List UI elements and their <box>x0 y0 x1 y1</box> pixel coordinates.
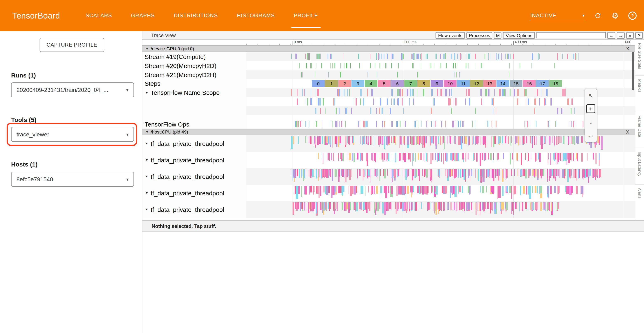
trace-event[interactable] <box>348 202 349 211</box>
trace-event[interactable] <box>380 170 381 176</box>
trace-event[interactable] <box>571 108 572 114</box>
trace-event[interactable] <box>581 186 583 194</box>
trace-event[interactable] <box>412 53 412 60</box>
side-tab-frame-data[interactable]: Frame Data <box>635 112 644 148</box>
trace-event[interactable] <box>418 54 418 59</box>
trace-event[interactable] <box>596 153 596 164</box>
trace-event[interactable] <box>328 136 329 144</box>
chevron-down-icon[interactable]: ▾ <box>146 158 148 162</box>
trace-event[interactable] <box>394 98 394 105</box>
trace-event[interactable] <box>304 89 305 96</box>
trace-event[interactable] <box>544 202 545 211</box>
trace-event[interactable] <box>444 186 447 193</box>
trace-event[interactable] <box>441 202 442 210</box>
trace-event[interactable] <box>329 136 330 144</box>
trace-event[interactable] <box>435 136 436 144</box>
trace-event[interactable] <box>552 136 553 142</box>
trace-event[interactable] <box>396 121 398 127</box>
trace-event[interactable] <box>455 121 456 127</box>
track-row-lane[interactable] <box>246 152 635 168</box>
trace-event[interactable] <box>523 136 524 144</box>
trace-event[interactable] <box>450 202 452 210</box>
trace-event[interactable] <box>298 136 299 144</box>
trace-event[interactable] <box>380 186 381 198</box>
chevron-down-icon[interactable]: ▾ <box>146 141 148 146</box>
trace-event[interactable] <box>464 202 464 211</box>
trace-event[interactable] <box>482 186 484 193</box>
trace-event[interactable] <box>307 53 308 60</box>
trace-event[interactable] <box>408 202 408 211</box>
trace-event[interactable] <box>376 108 376 114</box>
trace-event[interactable] <box>571 136 572 144</box>
trace-event[interactable] <box>451 108 452 114</box>
trace-event[interactable] <box>386 153 386 161</box>
trace-event[interactable] <box>340 136 341 143</box>
trace-event[interactable] <box>509 62 510 68</box>
trace-event[interactable] <box>359 170 360 176</box>
trace-event[interactable] <box>557 121 557 127</box>
trace-event[interactable] <box>350 186 352 196</box>
trace-event[interactable] <box>434 121 434 127</box>
trace-event[interactable] <box>321 170 322 178</box>
trace-event[interactable] <box>329 153 330 161</box>
trace-event[interactable] <box>535 186 536 193</box>
trace-event[interactable] <box>570 170 571 178</box>
trace-event[interactable] <box>296 186 298 199</box>
trace-event[interactable] <box>307 98 308 106</box>
trace-event[interactable] <box>400 89 400 96</box>
trace-event[interactable] <box>496 121 496 127</box>
trace-event[interactable] <box>404 136 404 145</box>
trace-event[interactable] <box>460 202 462 210</box>
trace-event[interactable] <box>581 153 583 162</box>
trace-event[interactable] <box>573 121 574 128</box>
trace-event[interactable] <box>443 153 444 164</box>
trace-event[interactable] <box>360 89 362 96</box>
trace-event[interactable] <box>410 153 411 161</box>
trace-event[interactable] <box>379 202 380 210</box>
track-row-lane[interactable] <box>246 97 635 106</box>
trace-event[interactable] <box>362 170 364 180</box>
trace-event[interactable] <box>384 136 384 145</box>
trace-event[interactable] <box>299 63 300 68</box>
trace-event[interactable] <box>578 136 579 144</box>
trace-event[interactable] <box>396 186 398 196</box>
trace-event[interactable] <box>507 170 508 178</box>
trace-event[interactable] <box>456 98 456 106</box>
trace-event[interactable] <box>499 53 500 60</box>
trace-event[interactable] <box>413 170 414 176</box>
trace-event[interactable] <box>313 186 314 195</box>
trace-event[interactable] <box>341 72 341 78</box>
trace-event[interactable] <box>568 153 570 164</box>
trace-event[interactable] <box>333 153 334 161</box>
trace-event[interactable] <box>480 170 480 176</box>
trace-event[interactable] <box>353 202 354 210</box>
trace-event[interactable] <box>294 170 296 178</box>
trace-event[interactable] <box>398 98 399 106</box>
step-block[interactable]: 15 <box>510 80 522 87</box>
trace-event[interactable] <box>386 136 387 145</box>
trace-event[interactable] <box>476 153 478 162</box>
trace-event[interactable] <box>352 98 353 105</box>
trace-event[interactable] <box>407 186 409 194</box>
trace-event[interactable] <box>350 170 351 180</box>
trace-event[interactable] <box>422 136 423 148</box>
trace-event[interactable] <box>342 186 343 195</box>
trace-event[interactable] <box>493 153 494 162</box>
trace-event[interactable] <box>332 121 333 128</box>
trace-event[interactable] <box>490 170 490 178</box>
trace-event[interactable] <box>516 202 517 209</box>
trace-event[interactable] <box>464 170 465 180</box>
trace-event[interactable] <box>324 186 326 194</box>
trace-event[interactable] <box>310 186 312 192</box>
trace-event[interactable] <box>570 186 573 193</box>
trace-event[interactable] <box>351 170 351 177</box>
processes-button[interactable]: Processes <box>466 32 492 38</box>
flow-events-button[interactable]: Flow events <box>436 32 465 38</box>
trace-event[interactable] <box>430 202 431 209</box>
trace-event[interactable] <box>468 153 469 160</box>
trace-event[interactable] <box>398 72 398 78</box>
trace-event[interactable] <box>335 136 336 144</box>
trace-event[interactable] <box>357 170 358 178</box>
trace-event[interactable] <box>511 202 512 214</box>
nav-forward-button[interactable]: → <box>617 32 625 38</box>
